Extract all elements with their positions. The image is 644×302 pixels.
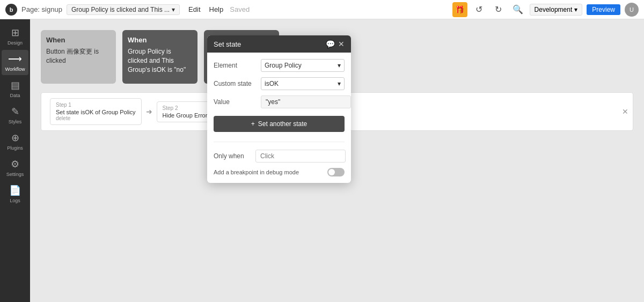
sidebar: ⊞ Design ⟶ Workflow ▤ Data ✎ Styles ⊕ Pl… [0, 19, 30, 302]
topbar: b Page: signup Group Policy is clicked a… [0, 0, 644, 19]
sidebar-item-label: Design [8, 40, 23, 46]
undo-button[interactable]: ↺ [472, 2, 487, 17]
modal-title: Set state [214, 40, 241, 48]
when-card-1[interactable]: When Button 画像変更 is clicked [41, 30, 116, 84]
sidebar-item-styles[interactable]: ✎ Styles [2, 102, 28, 128]
when-card-2[interactable]: When Group Policy is clicked and This Gr… [122, 30, 197, 84]
sidebar-item-data[interactable]: ▤ Data [2, 76, 28, 101]
only-when-label: Only when [214, 152, 251, 160]
chevron-down-icon: ▾ [574, 6, 577, 13]
when-label-1: When [46, 35, 111, 45]
plus-icon: + [251, 120, 255, 128]
set-another-label: Set another state [258, 120, 307, 128]
gift-button[interactable]: 🎁 [452, 2, 467, 17]
topbar-right: 🎁 ↺ ↻ 🔍 Development ▾ Preview U [452, 2, 639, 17]
modal-body: Element Group Policy ▾ Custom state isOK… [207, 53, 351, 183]
step-1-name: Set state isOK of Group Policy [56, 109, 136, 115]
chevron-down-icon: ▾ [338, 62, 341, 69]
only-when-input[interactable] [255, 150, 346, 163]
redo-button[interactable]: ↻ [491, 2, 506, 17]
close-steps-button[interactable]: ✕ [622, 107, 628, 116]
sidebar-item-settings[interactable]: ⚙ Settings [2, 155, 28, 180]
custom-state-select[interactable]: isOK ▾ [261, 77, 345, 90]
modal-close-button[interactable]: ✕ [338, 40, 345, 48]
topbar-nav: Edit Help [188, 5, 223, 13]
custom-state-label: Custom state [214, 80, 257, 87]
custom-state-row: Custom state isOK ▾ [214, 77, 345, 90]
comment-button[interactable]: 💬 [326, 40, 335, 48]
avatar: U [625, 3, 639, 17]
styles-icon: ✎ [11, 106, 19, 117]
sidebar-item-plugins[interactable]: ⊕ Plugins [2, 129, 28, 154]
saved-status: Saved [230, 5, 250, 13]
only-when-row: Only when [214, 150, 345, 163]
when-label-2: When [128, 35, 192, 45]
modal-header-icons: 💬 ✕ [326, 40, 345, 48]
preview-button[interactable]: Preview [587, 4, 620, 15]
element-select[interactable]: Group Policy ▾ [261, 59, 345, 72]
value-row: Value [214, 95, 345, 108]
step-1-num: Step 1 [56, 102, 136, 108]
step-1-delete[interactable]: delete [56, 115, 136, 121]
custom-state-value: isOK [265, 80, 279, 87]
when-condition-2: Group Policy is clicked and This Group's… [128, 48, 186, 73]
modal-header: Set state 💬 ✕ [207, 35, 351, 53]
when-condition-1: Button 画像変更 is clicked [46, 48, 99, 64]
data-icon: ▤ [11, 79, 20, 91]
page-label: Page: signup [21, 5, 62, 13]
value-label: Value [214, 98, 257, 106]
sidebar-item-label: Plugins [7, 145, 23, 151]
logs-icon: 📄 [9, 185, 21, 196]
settings-icon: ⚙ [11, 158, 19, 170]
sidebar-item-design[interactable]: ⊞ Design [2, 24, 28, 49]
design-icon: ⊞ [11, 27, 19, 39]
development-button[interactable]: Development ▾ [530, 4, 583, 16]
debug-label: Add a breakpoint in debug mode [214, 169, 299, 175]
search-button[interactable]: 🔍 [510, 2, 525, 17]
sidebar-item-label: Data [10, 93, 20, 98]
help-link[interactable]: Help [209, 5, 224, 13]
set-another-state-button[interactable]: + Set another state [214, 116, 345, 132]
policy-selector[interactable]: Group Policy is clicked and This ... ▾ [67, 4, 180, 15]
development-label: Development [535, 6, 573, 13]
main-content: When Button 画像変更 is clicked When Group P… [30, 19, 644, 302]
sidebar-item-workflow[interactable]: ⟶ Workflow [2, 50, 28, 75]
app-logo: b [5, 4, 17, 16]
element-row: Element Group Policy ▾ [214, 59, 345, 72]
debug-toggle[interactable] [327, 168, 345, 176]
sidebar-item-label: Logs [10, 198, 20, 203]
element-value: Group Policy [265, 62, 302, 69]
workflow-icon: ⟶ [8, 53, 22, 65]
sidebar-item-label: Styles [9, 119, 22, 124]
debug-row: Add a breakpoint in debug mode [214, 168, 345, 176]
chevron-down-icon: ▾ [172, 6, 175, 13]
modal-divider [214, 142, 345, 142]
set-state-modal: Set state 💬 ✕ Element Group Policy ▾ [207, 35, 351, 183]
edit-link[interactable]: Edit [188, 5, 200, 13]
sidebar-item-label: Settings [6, 172, 24, 177]
sidebar-item-label: Workflow [5, 67, 25, 72]
value-input[interactable] [261, 95, 351, 108]
element-label: Element [214, 62, 257, 69]
step-1-box[interactable]: Step 1 Set state isOK of Group Policy de… [50, 98, 142, 125]
policy-label: Group Policy is clicked and This ... [71, 6, 170, 13]
plugins-icon: ⊕ [11, 132, 19, 144]
arrow-icon-1: ➜ [146, 107, 152, 116]
sidebar-item-logs[interactable]: 📄 Logs [2, 181, 28, 207]
chevron-down-icon: ▾ [338, 80, 341, 87]
